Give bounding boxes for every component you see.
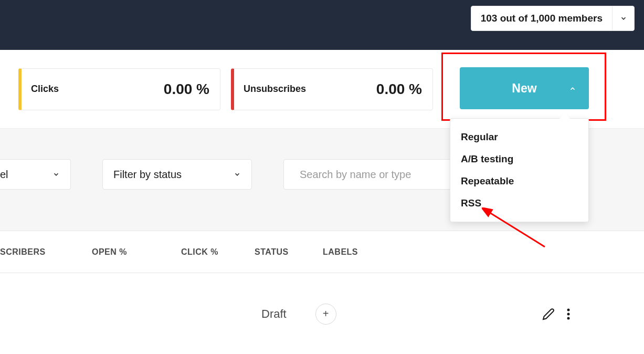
column-click: CLICK % [181,247,255,257]
column-subscribers: SCRIBERS [0,247,92,257]
stat-label-clicks: Clicks [22,84,164,95]
svg-point-2 [567,317,570,319]
chevron-down-icon [620,15,627,22]
stat-card-unsubscribes: Unsubscribes 0.00 % [231,68,433,110]
svg-point-0 [567,308,570,311]
column-labels: LABELS [323,247,428,257]
chevron-down-icon [52,171,60,178]
filter-label-select[interactable]: el [0,159,71,190]
edit-icon[interactable] [542,308,555,320]
kebab-menu-icon[interactable] [566,308,571,320]
add-label-button[interactable]: + [315,304,336,325]
menu-item-regular[interactable]: Regular [450,126,588,148]
table-header: SCRIBERS OPEN % CLICK % STATUS LABELS [0,231,644,273]
column-open: OPEN % [92,247,181,257]
stat-value-clicks: 0.00 % [164,81,209,98]
top-bar: 103 out of 1,000 members [0,0,644,50]
filter-status-select[interactable]: Filter by status [102,159,252,190]
new-button[interactable]: New [460,67,589,109]
column-status: STATUS [255,247,323,257]
stat-label-unsubscribes: Unsubscribes [234,84,376,95]
stat-value-unsubscribes: 0.00 % [376,81,422,98]
members-count-text: 103 out of 1,000 members [471,13,612,24]
chevron-down-icon [234,171,241,178]
menu-item-repeatable[interactable]: Repeatable [450,170,588,192]
new-button-label: New [512,81,536,96]
row-status: Draft [261,307,287,321]
members-chevron-toggle[interactable] [612,6,634,30]
menu-item-rss[interactable]: RSS [450,192,588,214]
filter-status-text: Filter by status [113,169,182,181]
new-dropdown-menu: Regular A/B testing Repeatable RSS [450,118,589,222]
table-row: Draft + [0,273,644,354]
row-actions [542,308,571,320]
chevron-up-icon [569,81,576,96]
members-dropdown[interactable]: 103 out of 1,000 members [471,6,635,31]
plus-icon: + [323,308,329,320]
stat-card-clicks: Clicks 0.00 % [18,68,220,110]
svg-point-1 [567,313,570,315]
filter-label-text: el [0,169,8,181]
menu-item-ab-testing[interactable]: A/B testing [450,148,588,170]
